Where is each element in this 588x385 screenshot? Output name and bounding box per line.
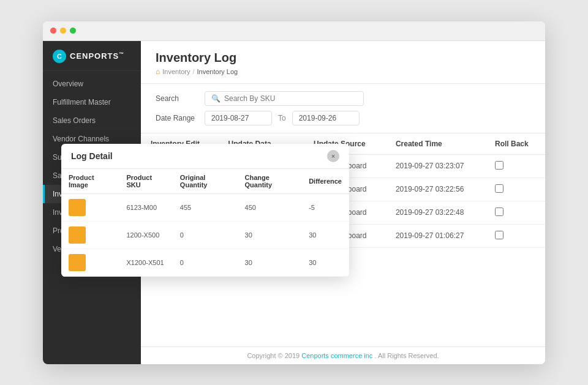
col-rollback: Roll Back xyxy=(485,133,545,155)
to-label: To xyxy=(278,114,286,122)
breadcrumb-current: Inventory Log xyxy=(197,68,238,75)
date-range-label: Date Range xyxy=(156,114,198,122)
modal-cell-original-1: 455 xyxy=(173,193,238,221)
modal-col-image: Product Image xyxy=(61,169,119,194)
page-title: Inventory Log xyxy=(156,51,530,65)
search-icon: 🔍 xyxy=(211,94,221,103)
date-from-input[interactable] xyxy=(205,111,272,125)
cell-created-1: 2019-09-27 03:23:07 xyxy=(386,154,485,178)
log-detail-table: Product Image Product SKU Original Quant… xyxy=(61,169,349,277)
modal-cell-sku-3: X1200-X501 xyxy=(119,249,172,276)
cell-created-2: 2019-09-27 03:22:56 xyxy=(386,178,485,201)
cell-created-3: 2019-09-27 03:22:48 xyxy=(386,201,485,224)
page-header: Inventory Log ⌂ Inventory / Inventory Lo… xyxy=(141,41,545,84)
cell-rollback-2[interactable] xyxy=(485,178,545,201)
modal-header-row: Product Image Product SKU Original Quant… xyxy=(61,169,349,194)
modal-cell-change-3: 30 xyxy=(238,249,302,276)
search-row: Search 🔍 xyxy=(156,91,530,106)
breadcrumb: ⌂ Inventory / Inventory Log xyxy=(156,67,530,76)
modal-cell-sku-2: 1200-X500 xyxy=(119,221,172,249)
cell-rollback-1[interactable] xyxy=(485,154,545,178)
page-footer: Copyright © 2019 Cenports commerce inc .… xyxy=(141,346,545,364)
cell-created-4: 2019-09-27 01:06:27 xyxy=(386,224,485,247)
modal-title: Log Detail xyxy=(71,151,113,161)
breadcrumb-inventory-link[interactable]: Inventory xyxy=(162,68,190,75)
modal-cell-change-2: 30 xyxy=(238,221,302,249)
modal-cell-image-1 xyxy=(61,193,119,221)
log-detail-modal: Log Detail × Product Image Product SKU O… xyxy=(61,144,349,277)
modal-cell-diff-3: 30 xyxy=(301,249,349,276)
col-created-time: Created Time xyxy=(386,133,485,155)
logo-icon: C xyxy=(53,50,66,63)
modal-col-original: Original Quantity xyxy=(173,169,238,194)
cell-rollback-3[interactable] xyxy=(485,201,545,224)
date-to-input[interactable] xyxy=(292,111,360,125)
modal-cell-image-3 xyxy=(61,249,119,276)
search-label: Search xyxy=(156,94,198,103)
cell-rollback-4[interactable] xyxy=(485,224,545,247)
breadcrumb-separator: / xyxy=(193,68,195,75)
sidebar-item-sales-orders[interactable]: Sales Orders xyxy=(43,111,141,130)
modal-cell-diff-2: 30 xyxy=(301,221,349,249)
modal-col-diff: Difference xyxy=(301,169,349,194)
close-dot[interactable] xyxy=(50,28,56,34)
modal-col-change: Change Quantity xyxy=(238,169,302,194)
modal-close-button[interactable]: × xyxy=(327,150,339,162)
search-input[interactable] xyxy=(224,94,357,103)
sidebar-item-fulfillment[interactable]: Fulfillment Master xyxy=(43,93,141,111)
date-range-row: Date Range To xyxy=(156,111,530,125)
modal-cell-sku-1: 6123-M00 xyxy=(119,193,172,221)
modal-cell-diff-1: -5 xyxy=(301,193,349,221)
modal-cell-original-3: 0 xyxy=(173,249,238,276)
modal-cell-image-2 xyxy=(61,221,119,249)
maximize-dot[interactable] xyxy=(70,28,76,34)
browser-topbar xyxy=(43,21,545,41)
modal-row: X1200-X501 0 30 30 xyxy=(61,249,349,276)
breadcrumb-home-icon: ⌂ xyxy=(156,67,160,76)
filters-bar: Search 🔍 Date Range To xyxy=(141,84,545,133)
modal-row: 1200-X500 0 30 30 xyxy=(61,221,349,249)
modal-header: Log Detail × xyxy=(61,144,349,169)
search-input-wrap: 🔍 xyxy=(205,91,364,106)
footer-link[interactable]: Cenports commerce inc xyxy=(301,352,372,359)
modal-col-sku: Product SKU xyxy=(119,169,172,194)
sidebar-item-overview[interactable]: Overview xyxy=(43,75,141,93)
modal-cell-original-2: 0 xyxy=(173,221,238,249)
modal-row: 6123-M00 455 450 -5 xyxy=(61,193,349,221)
minimize-dot[interactable] xyxy=(60,28,66,34)
modal-cell-change-1: 450 xyxy=(238,193,302,221)
logo-text: CENPORTS™ xyxy=(70,51,124,61)
sidebar-logo: C CENPORTS™ xyxy=(43,41,141,71)
